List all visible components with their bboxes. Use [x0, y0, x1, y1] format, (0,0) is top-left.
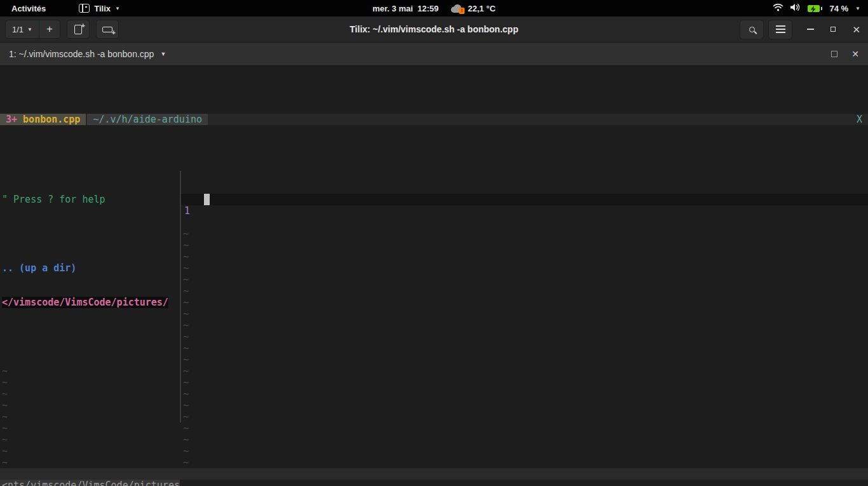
search-icon — [749, 27, 755, 32]
app-menu-label: Tilix — [94, 4, 111, 13]
gnome-top-bar: Activités Tilix ▼ mer. 3 mai 12:59 ! 22,… — [0, 0, 868, 17]
window-title: Tilix: ~/.vim/vimscode.sh -a bonbon.cpp — [349, 24, 518, 34]
editor-tildes: ~~~~~~~~~~~~~~~~~~~~~ — [181, 228, 868, 468]
tilde-row: ~ — [181, 434, 868, 445]
vim-windows: " Press ? for help .. (up a dir) </vimsc… — [0, 171, 868, 422]
vim-tab-inactive[interactable]: ~/.v/h/aide-arduino — [87, 114, 208, 125]
tilde-row: ~ — [181, 354, 868, 365]
tilde-row: ~ — [181, 274, 868, 285]
tilde-row: ~ — [181, 228, 868, 240]
tilde-row: ~ — [0, 445, 180, 457]
tilde-row: ~ — [0, 411, 180, 422]
tilde-row: ~ — [181, 377, 868, 388]
weather-warning-icon: ! — [459, 8, 465, 14]
statusline-nerdtree-path: <nts/vimscode/VimsCode/pictures — [0, 480, 180, 486]
temperature-label: 22,1 °C — [468, 4, 496, 13]
tilde-row: ~ — [0, 377, 180, 388]
wifi-icon — [773, 3, 783, 13]
editor-pane[interactable]: 1 ~~~~~~~~~~~~~~~~~~~~~ — [181, 171, 868, 422]
tilde-row: ~ — [181, 422, 868, 434]
battery-icon — [808, 5, 822, 12]
system-status-area[interactable]: 74 % ▼ — [773, 0, 868, 17]
activities-button[interactable]: Activités — [9, 4, 48, 13]
volume-icon — [790, 3, 801, 13]
tilde-row: ~ — [181, 262, 868, 274]
session-bar: 1: ~/.vim/vimscode.sh -a bonbon.cpp ▼ ✕ — [0, 43, 868, 66]
close-button[interactable]: ✕ — [852, 25, 860, 34]
tilde-row: ~ — [181, 251, 868, 262]
terminal-view[interactable]: 3+ bonbon.cpp ~/.v/h/aide-arduino X " Pr… — [0, 66, 868, 486]
search-button[interactable] — [740, 20, 764, 39]
battery-percent-label: 74 % — [829, 4, 848, 13]
tilde-row: ~ — [181, 445, 868, 457]
tilde-row: ~ — [0, 457, 180, 468]
chevron-down-icon: ▼ — [115, 6, 120, 11]
app-menu-button[interactable]: Tilix ▼ — [79, 4, 120, 13]
nerdtree-blank-line — [0, 228, 180, 240]
tilde-row: ~ — [0, 365, 180, 377]
new-window-button[interactable]: + — [96, 20, 119, 39]
tilde-row: ~ — [181, 331, 868, 342]
line-number: 1 — [184, 205, 190, 217]
tilde-row: ~ — [181, 388, 868, 400]
tabline-fill — [208, 114, 857, 125]
session-counter-label: 1/1 — [12, 25, 24, 34]
tilde-row: ~ — [181, 457, 868, 468]
tilde-row: ~ — [181, 308, 868, 320]
tilde-row: ~ — [181, 342, 868, 354]
tabline-close-button[interactable]: X — [857, 114, 868, 125]
tilde-row: ~ — [181, 365, 868, 377]
add-session-button[interactable]: + — [39, 23, 60, 36]
nerdtree-up-dir[interactable]: .. (up a dir) — [0, 262, 180, 274]
tilde-row: ~ — [181, 297, 868, 308]
weather-indicator[interactable]: ! 22,1 °C — [450, 4, 496, 13]
vim-tab-active[interactable]: 3+ bonbon.cpp — [0, 114, 86, 125]
new-window-icon: + — [102, 27, 112, 32]
maximize-button[interactable] — [831, 27, 836, 32]
main-menu-button[interactable] — [768, 20, 792, 39]
tilde-row: ~ — [0, 434, 180, 445]
session-title-chevron-icon[interactable]: ▼ — [160, 51, 166, 57]
chevron-down-icon: ▼ — [27, 27, 32, 32]
session-switcher-group: 1/1 ▼ + — [5, 20, 60, 39]
nerdtree-blank-line — [0, 331, 180, 342]
tab-filename: bonbon.cpp — [23, 114, 80, 125]
tilde-row: ~ — [181, 400, 868, 411]
text-cursor — [204, 194, 210, 205]
tilix-headerbar: 1/1 ▼ + + + Tilix: ~/.vim/vimscode.sh -a… — [0, 17, 868, 43]
tilde-row: ~ — [181, 240, 868, 251]
pane-close-button[interactable]: ✕ — [851, 49, 859, 59]
cloud-icon: ! — [450, 4, 464, 13]
tilde-row: ~ — [0, 400, 180, 411]
hamburger-icon — [776, 25, 785, 33]
vim-statusline: <nts/vimscode/VimsCode/pictures bonbon.c… — [0, 468, 868, 480]
tilde-row: ~ — [181, 320, 868, 331]
nerdtree-root-path[interactable]: </vimscode/VimsCode/pictures/ — [0, 297, 180, 308]
session-counter-dropdown[interactable]: 1/1 ▼ — [6, 20, 39, 38]
system-menu-chevron-icon: ▼ — [855, 6, 860, 11]
tilde-row: ~ — [181, 411, 868, 422]
editor-cursorline: 1 — [181, 194, 868, 205]
new-session-icon: + — [74, 25, 82, 34]
pane-maximize-button[interactable] — [831, 51, 837, 57]
tilde-row: ~ — [0, 422, 180, 434]
nerdtree-pane[interactable]: " Press ? for help .. (up a dir) </vimsc… — [0, 171, 180, 422]
session-title[interactable]: 1: ~/.vim/vimscode.sh -a bonbon.cpp — [9, 49, 154, 59]
tab-modified-flag: 3+ — [6, 114, 23, 125]
clock-button[interactable]: mer. 3 mai 12:59 — [372, 4, 438, 13]
minimize-button[interactable] — [807, 29, 814, 30]
tilde-row: ~ — [0, 388, 180, 400]
vim-tabline: 3+ bonbon.cpp ~/.v/h/aide-arduino X — [0, 114, 868, 125]
tilix-app-icon — [79, 4, 90, 13]
tilde-row: ~ — [181, 285, 868, 297]
nerdtree-help-line: " Press ? for help — [0, 194, 180, 205]
new-session-button[interactable]: + — [67, 20, 90, 39]
